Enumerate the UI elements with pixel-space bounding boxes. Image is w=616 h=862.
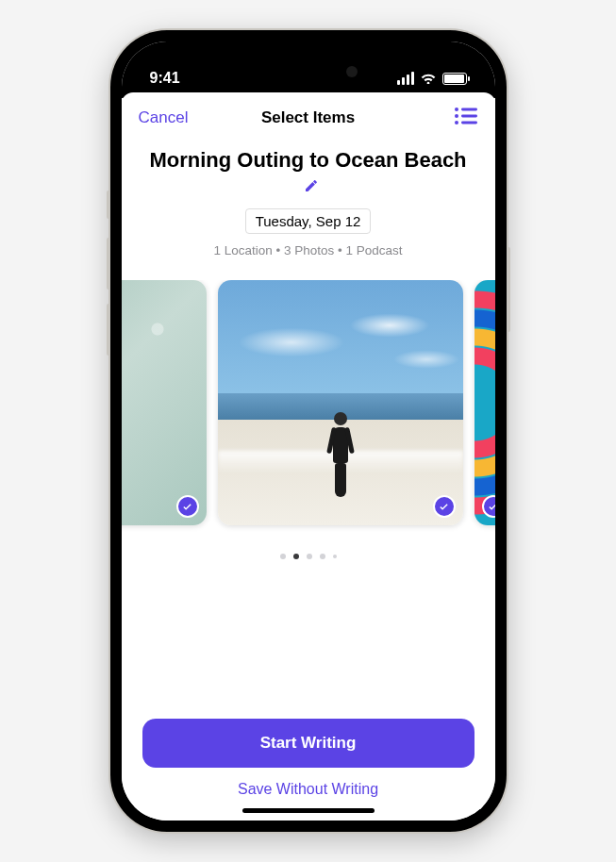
page-dot: [333, 555, 337, 558]
volume-up-button: [107, 238, 110, 290]
screen: 9:41 Cancel Select Items: [122, 41, 495, 821]
entry-summary: 1 Location • 3 Photos • 1 Podcast: [141, 243, 476, 257]
dynamic-island: [252, 55, 365, 89]
select-items-sheet: Cancel Select Items: [122, 92, 495, 821]
svg-rect-3: [461, 108, 477, 111]
svg-rect-5: [461, 122, 477, 124]
nav-bar: Cancel Select Items: [122, 92, 495, 140]
device-frame: 9:41 Cancel Select Items: [110, 30, 507, 832]
status-bar: 9:41: [122, 41, 495, 98]
carousel-item[interactable]: [474, 280, 495, 525]
entry-title-text: Morning Outing to Ocean Beach: [149, 148, 466, 172]
carousel-item[interactable]: [218, 280, 463, 525]
svg-point-0: [455, 108, 458, 111]
status-time: 9:41: [150, 70, 180, 86]
photo-subject: [333, 412, 348, 497]
svg-point-1: [455, 114, 458, 118]
ringer-switch: [107, 191, 110, 219]
start-writing-button[interactable]: Start Writing: [142, 719, 474, 768]
media-carousel[interactable]: [122, 280, 495, 544]
actions: Start Writing Save Without Writing: [122, 719, 495, 821]
cancel-button[interactable]: Cancel: [139, 108, 189, 127]
wifi-icon: [420, 71, 437, 87]
volume-down-button: [107, 304, 110, 356]
save-without-writing-button[interactable]: Save Without Writing: [142, 781, 474, 798]
selected-check-icon[interactable]: [433, 495, 456, 518]
edit-title-icon[interactable]: [304, 174, 319, 200]
svg-point-2: [455, 121, 458, 124]
battery-icon: [442, 73, 467, 85]
entry-date[interactable]: Tuesday, Sep 12: [245, 208, 372, 234]
entry-header: Morning Outing to Ocean Beach Tuesday, S…: [122, 140, 495, 267]
home-indicator[interactable]: [242, 808, 375, 813]
svg-rect-4: [461, 115, 477, 118]
page-title: Select Items: [261, 108, 355, 127]
selected-check-icon[interactable]: [482, 495, 495, 518]
selected-check-icon[interactable]: [176, 495, 199, 518]
carousel-item[interactable]: [122, 280, 207, 525]
side-button: [507, 247, 510, 332]
list-view-icon[interactable]: [454, 106, 478, 130]
cellular-signal-icon: [397, 72, 414, 85]
entry-title[interactable]: Morning Outing to Ocean Beach: [141, 147, 476, 199]
